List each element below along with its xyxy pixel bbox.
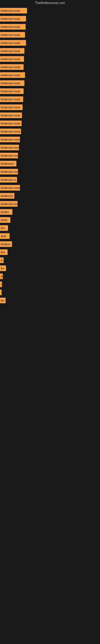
bar-row: Bottleneck result: [0, 23, 100, 30]
bar-row: Bottleneck result: [0, 120, 100, 127]
bottleneck-bar: Bottlene: [0, 241, 12, 247]
bar-row: I: [0, 280, 100, 288]
bottleneck-bar: Bottle: [0, 217, 10, 223]
bottleneck-bar: Bottleneck result: [0, 72, 25, 78]
bottleneck-bar: Bottleneck resu: [0, 153, 18, 158]
bar-row: Bottleneck re: [0, 176, 100, 184]
bottleneck-bar: Bottleneck result: [0, 112, 22, 118]
bar-row: Bottl: [0, 232, 100, 240]
bar-row: Bottleneck result: [0, 128, 100, 135]
bottleneck-bar: Bottleneck result: [0, 120, 22, 126]
bottleneck-bar: Bottleneck result: [0, 16, 26, 22]
bottleneck-bar: Bottlen: [0, 209, 12, 215]
bar-row: [0, 288, 100, 296]
bar-row: Bottleneck result: [0, 15, 100, 22]
bottleneck-bar: Bot: [0, 225, 8, 231]
bar-row: Bottleneck result: [0, 112, 100, 119]
bars-container: Bottleneck resultBottleneck resultBottle…: [0, 6, 100, 306]
bar-row: Bottleneck result: [0, 71, 100, 79]
bar-row: Bottleneck result: [0, 184, 100, 192]
bar-row: Bottleneck result: [0, 136, 100, 143]
bottleneck-bar: Bottleneck result: [0, 48, 24, 54]
bar-row: Bottleneck result: [0, 47, 100, 55]
bar-row: Bo: [0, 297, 100, 304]
bar-row: Bottleneck result: [0, 7, 100, 14]
bar-row: Bottleneck result: [0, 96, 100, 103]
bottleneck-bar: Bottleneck result: [0, 104, 23, 110]
bar-row: B: [0, 256, 100, 264]
bottleneck-bar: Bottleneck result: [0, 128, 21, 134]
bottleneck-bar: Bottleneck result: [0, 40, 26, 46]
bottleneck-bar: Bottleneck result: [0, 24, 26, 30]
bottleneck-bar: Bottleneck result: [0, 64, 24, 70]
bottleneck-bar: Bottleneck resu: [0, 201, 18, 207]
site-title: TheBottlenecker.com: [0, 0, 100, 6]
bottleneck-bar: Bottleneck result: [0, 137, 20, 142]
bar-row: Bottleneck result: [0, 55, 100, 63]
bar-row: Bottlen: [0, 208, 100, 216]
bottleneck-bar: Bottleneck result: [0, 145, 19, 150]
bar-row: Bottleneck result: [0, 79, 100, 87]
bar-row: Bottleneck resu: [0, 168, 100, 176]
bar-row: Bottleneck: [0, 192, 100, 200]
bottleneck-bar: Bo: [0, 266, 6, 271]
bar-row: Bottlene: [0, 240, 100, 248]
bar-row: Bottleneck result: [0, 87, 100, 95]
bottleneck-bar: B: [0, 274, 3, 279]
bar-row: Bottleneck r: [0, 160, 100, 168]
bottleneck-bar: Bottleneck re: [0, 177, 17, 182]
bottleneck-bar: Bo: [0, 298, 6, 303]
bottleneck-bar: Bottleneck result: [0, 8, 27, 14]
bar-row: Bottleneck resu: [0, 152, 100, 160]
bottleneck-bar: Bot: [0, 249, 8, 255]
bar-row: Bot: [0, 224, 100, 232]
bottleneck-bar: Bottleneck result: [0, 96, 23, 102]
bar-row: Bottleneck result: [0, 144, 100, 151]
bottleneck-bar: Bottl: [0, 233, 10, 239]
bottleneck-bar: Bottleneck result: [0, 80, 24, 86]
bar-row: Bottleneck resu: [0, 200, 100, 208]
bar-row: Bot: [0, 248, 100, 256]
bottleneck-bar: Bottleneck result: [0, 88, 24, 94]
bottleneck-bar: I: [0, 282, 2, 287]
bottleneck-bar: Bottleneck resu: [0, 169, 18, 174]
bar-row: Bottleneck result: [0, 39, 100, 47]
bar-row: Bo: [0, 264, 100, 272]
bar-row: Bottle: [0, 216, 100, 224]
bar-row: Bottleneck result: [0, 104, 100, 111]
bar-row: Bottleneck result: [0, 31, 100, 39]
bar-row: B: [0, 272, 100, 280]
bottleneck-bar: Bottleneck result: [0, 185, 20, 190]
bottleneck-bar: Bottleneck result: [0, 32, 25, 38]
bar-row: Bottleneck result: [0, 63, 100, 71]
bottleneck-bar: B: [0, 258, 3, 263]
bottleneck-bar: Bottleneck: [0, 193, 14, 199]
bottleneck-bar: Bottleneck result: [0, 56, 24, 62]
bottleneck-bar: [0, 290, 1, 295]
bottleneck-bar: Bottleneck r: [0, 161, 16, 166]
